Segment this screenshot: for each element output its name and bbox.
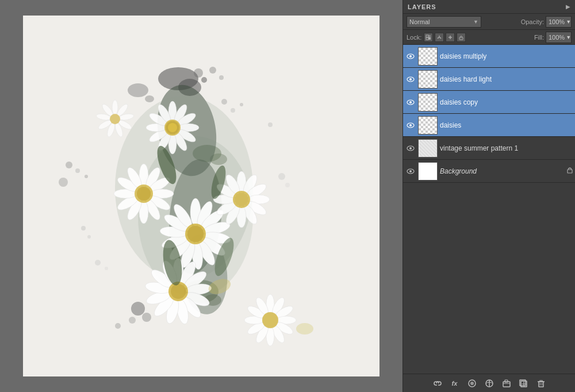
svg-point-17	[85, 175, 88, 178]
panel-footer: fx	[403, 374, 575, 392]
svg-point-9	[209, 67, 216, 74]
lock-transparent-pixels-btn[interactable]	[424, 33, 433, 42]
blend-mode-value: Normal	[409, 18, 430, 25]
svg-point-136	[278, 173, 285, 180]
lock-all-btn[interactable]	[457, 33, 466, 42]
visibility-toggle-background[interactable]	[405, 166, 416, 176]
layer-thumb-background	[418, 162, 438, 180]
link-layers-button[interactable]	[431, 377, 444, 390]
svg-point-10	[219, 75, 224, 80]
svg-point-120	[112, 100, 118, 115]
svg-point-157	[409, 170, 412, 172]
svg-point-1	[128, 83, 148, 97]
lock-icons	[424, 33, 466, 42]
svg-point-144	[439, 36, 440, 37]
svg-point-27	[81, 226, 86, 230]
canvas-area	[0, 0, 402, 392]
svg-point-48	[168, 123, 177, 132]
layer-name-background: Background	[440, 167, 565, 175]
visibility-toggle-daisies-multiply[interactable]	[405, 51, 416, 62]
svg-point-26	[268, 122, 273, 127]
fill-input[interactable]: 100% ▼	[546, 32, 572, 43]
add-mask-button[interactable]	[466, 377, 478, 390]
svg-rect-142	[426, 37, 428, 40]
svg-point-149	[409, 78, 412, 80]
svg-point-147	[409, 55, 412, 57]
fill-arrow: ▼	[566, 34, 571, 40]
layer-name-vintage-summer: vintage summer pattern 1	[440, 144, 573, 152]
layer-item-vintage-summer[interactable]: vintage summer pattern 1	[403, 137, 575, 160]
opacity-value: 100%	[549, 18, 565, 25]
svg-point-138	[95, 260, 101, 266]
opacity-arrow: ▼	[566, 19, 571, 25]
layer-thumb-daisies-hard-light	[418, 70, 438, 89]
painting	[23, 16, 379, 376]
svg-point-62	[137, 187, 151, 201]
layer-item-daisies-multiply[interactable]: daisies multiply	[403, 45, 575, 68]
layer-item-daisies-copy[interactable]: daisies copy	[403, 91, 575, 114]
lock-image-pixels-btn[interactable]	[435, 33, 444, 42]
visibility-toggle-daisies-hard-light[interactable]	[405, 74, 416, 84]
svg-point-18	[59, 178, 68, 187]
lock-row: Lock: Fill: 100% ▼	[403, 30, 575, 45]
svg-point-129	[110, 114, 120, 124]
new-group-button[interactable]	[500, 377, 513, 390]
canvas-frame	[23, 16, 379, 376]
layer-thumb-daisies	[418, 116, 438, 134]
layer-name-daisies-multiply: daisies multiply	[440, 52, 573, 60]
svg-point-25	[240, 103, 243, 106]
svg-point-21	[129, 317, 136, 324]
svg-point-106	[171, 284, 186, 299]
svg-rect-141	[428, 37, 431, 40]
fill-section: Fill: 100% ▼	[534, 32, 572, 43]
blend-mode-select[interactable]: Normal ▼	[407, 16, 481, 28]
svg-point-135	[296, 323, 313, 335]
layer-item-background[interactable]: Background	[403, 160, 575, 183]
svg-rect-143	[428, 35, 431, 37]
blend-mode-arrow: ▼	[473, 19, 478, 25]
svg-point-151	[409, 101, 412, 103]
layer-thumb-daisies-multiply	[418, 47, 438, 66]
svg-point-2	[145, 95, 154, 102]
svg-rect-163	[505, 380, 508, 382]
svg-point-24	[231, 108, 235, 113]
svg-rect-158	[568, 170, 572, 173]
svg-point-155	[409, 147, 412, 149]
svg-point-16	[75, 168, 80, 173]
delete-layer-button[interactable]	[535, 377, 547, 390]
svg-point-160	[470, 382, 474, 385]
opacity-label: Opacity:	[521, 18, 544, 25]
layer-thumb-daisies-copy	[418, 93, 438, 112]
svg-point-23	[221, 99, 227, 105]
layer-name-daisies-hard-light: daisies hard light	[440, 75, 573, 83]
svg-point-15	[66, 162, 72, 168]
svg-point-7	[194, 68, 203, 78]
opacity-section: Opacity: 100% ▼	[521, 16, 572, 28]
panel-title: LAYERS	[408, 3, 436, 10]
new-layer-button[interactable]	[518, 377, 530, 390]
visibility-toggle-daisies-copy[interactable]	[405, 97, 416, 107]
visibility-toggle-daisies[interactable]	[405, 120, 416, 130]
svg-rect-140	[426, 35, 428, 37]
fill-label: Fill:	[534, 34, 544, 41]
svg-point-119	[262, 312, 278, 328]
svg-rect-166	[539, 382, 543, 387]
svg-point-139	[105, 267, 108, 270]
layer-item-daisies-hard-light[interactable]: daisies hard light	[403, 68, 575, 91]
svg-point-19	[131, 302, 145, 316]
blend-mode-row: Normal ▼ Opacity: 100% ▼	[403, 14, 575, 30]
panel-collapse-icon[interactable]: ▶	[566, 3, 570, 10]
lock-label: Lock:	[407, 34, 421, 41]
layer-item-daisies[interactable]: daisies	[403, 114, 575, 137]
adjustment-layer-button[interactable]	[483, 377, 496, 390]
opacity-input[interactable]: 100% ▼	[546, 16, 572, 28]
fill-value: 100%	[549, 34, 565, 41]
lock-position-btn[interactable]	[446, 33, 455, 42]
svg-point-22	[115, 323, 121, 329]
visibility-toggle-vintage-summer[interactable]	[405, 143, 416, 153]
svg-point-78	[187, 226, 204, 242]
panel-header: LAYERS ▶	[403, 0, 575, 14]
layer-effects-button[interactable]: fx	[448, 377, 461, 390]
svg-rect-145	[459, 37, 463, 40]
svg-point-91	[233, 191, 250, 208]
